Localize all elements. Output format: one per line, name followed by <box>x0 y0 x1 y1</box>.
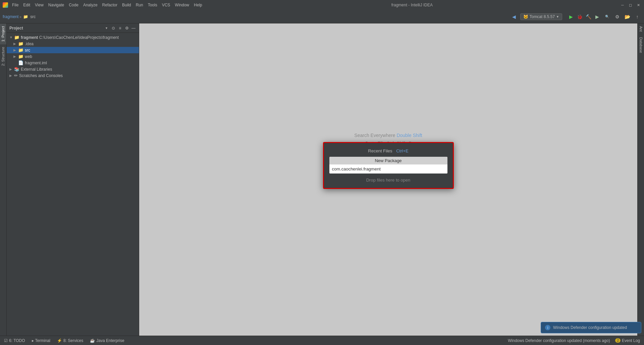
terminal-label: Terminal <box>35 338 50 343</box>
tree-item-label: src <box>25 48 30 53</box>
notification-banner: i Windows Defender configuration updated <box>541 322 641 333</box>
package-name-input[interactable] <box>332 166 445 172</box>
right-sidebar: Ant Database <box>637 23 644 336</box>
services-status-item[interactable]: ⚡ 8: Services <box>56 338 85 344</box>
search-everywhere-button[interactable]: 🔍 <box>603 13 611 21</box>
tree-item-label: Scratches and Consoles <box>19 73 63 78</box>
project-panel: Project ▼ ⊙ ≡ ⚙ — ▼ 📁 fragment C:\Users\… <box>7 23 139 336</box>
run-button[interactable]: ▶ <box>567 13 575 21</box>
dialog-title-bar: New Package <box>329 157 447 164</box>
tree-item-label: web <box>25 54 32 59</box>
close-button[interactable]: ✕ <box>636 2 641 8</box>
search-hint: Search Everywhere Double Shift <box>354 133 422 138</box>
window-controls: ─ ◻ ✕ <box>620 2 641 8</box>
back-button[interactable]: ◀ <box>510 13 518 21</box>
menu-code[interactable]: Code <box>67 2 80 8</box>
folder-icon: 📁 <box>18 54 23 59</box>
menu-navigate[interactable]: Navigate <box>46 2 66 8</box>
project-dropdown-arrow[interactable]: ▼ <box>105 26 108 30</box>
tree-item-src[interactable]: ▶ 📁 src <box>7 47 139 53</box>
tomcat-label: Tomcat 8.5.57 <box>530 14 555 19</box>
tree-item-fragment[interactable]: ▼ 📁 fragment C:\Users\CaoChenLei\IdeaPro… <box>7 34 139 41</box>
build-button[interactable]: 🔨 <box>584 13 592 21</box>
titlebar: File Edit View Navigate Code Analyze Ref… <box>0 0 644 10</box>
menu-window[interactable]: Window <box>173 2 191 8</box>
tree-item-label: External Libraries <box>21 67 52 72</box>
menu-help[interactable]: Help <box>192 2 204 8</box>
editor-area: Search Everywhere Double Shift Go to Fil… <box>139 23 637 336</box>
expand-arrow-icon: ▶ <box>9 74 13 77</box>
right-tab-database[interactable]: Database <box>638 34 644 56</box>
project-panel-header: Project ▼ ⊙ ≡ ⚙ — <box>7 23 139 33</box>
debug-button[interactable]: 🐞 <box>576 13 584 21</box>
info-icon: i <box>545 325 550 330</box>
breadcrumb-separator: ▸ <box>20 14 22 19</box>
coverage-button[interactable]: ▶ <box>593 13 601 21</box>
tree-item-web[interactable]: ▶ 📁 web <box>7 53 139 60</box>
services-label: 8: Services <box>63 338 83 343</box>
menu-view[interactable]: View <box>33 2 46 8</box>
event-log-status-item[interactable]: 2 Event Log <box>614 338 641 344</box>
sidebar-tab-project[interactable]: 1: Project <box>0 23 6 44</box>
tree-item-idea[interactable]: ▶ 📁 .idea <box>7 41 139 47</box>
expand-arrow-icon: ▼ <box>9 36 13 39</box>
expand-arrow-icon: ▶ <box>13 55 17 58</box>
maximize-button[interactable]: ◻ <box>628 2 633 8</box>
folder-icon: 📁 <box>18 41 23 46</box>
menu-file[interactable]: File <box>10 2 20 8</box>
expand-arrow-icon: ▶ <box>13 48 17 52</box>
event-log-label: Event Log <box>622 338 640 343</box>
scratch-icon: ✏ <box>14 73 18 78</box>
search-shortcut: Double Shift <box>396 133 422 138</box>
todo-status-item[interactable]: ☑ 6: TODO <box>3 338 26 344</box>
minimize-button[interactable]: ─ <box>620 2 625 8</box>
breadcrumb-fragment[interactable]: fragment <box>3 14 18 19</box>
dialog-recent-files-header: Recent Files Ctrl+E <box>329 148 447 153</box>
sidebar-tab-structure[interactable]: 2: Structure <box>0 44 6 69</box>
window-title: fragment - IntelliJ IDEA <box>391 3 433 7</box>
file-icon: 📄 <box>18 60 23 65</box>
status-message: Windows Defender configuration updated (… <box>508 338 610 343</box>
search-hint-text: Search Everywhere <box>354 133 395 138</box>
scope-icon[interactable]: ⊙ <box>111 25 116 31</box>
tree-item-fragment-iml[interactable]: ▶ 📄 fragment.iml <box>7 60 139 66</box>
menu-analyze[interactable]: Analyze <box>81 2 100 8</box>
tomcat-run-config[interactable]: 🐱 Tomcat 8.5.57 ▼ <box>520 13 562 20</box>
tree-item-label: fragment C:\Users\CaoChenLei\IdeaProject… <box>21 35 119 40</box>
menu-run[interactable]: Run <box>134 2 145 8</box>
breadcrumb-src[interactable]: 📁 src <box>23 14 36 19</box>
hide-icon[interactable]: — <box>131 25 136 31</box>
expand-arrow-icon: ▶ <box>13 42 17 46</box>
java-enterprise-status-item[interactable]: ☕ Java Enterprise <box>89 338 125 344</box>
todo-label: 6: TODO <box>9 338 25 343</box>
event-log-badge: 2 <box>615 338 621 343</box>
menu-bar: File Edit View Navigate Code Analyze Ref… <box>10 2 204 8</box>
left-sidebar-tabs: 1: Project 2: Structure <box>0 23 7 336</box>
recent-files-shortcut: Ctrl+E <box>396 148 408 153</box>
dropdown-arrow-icon: ▼ <box>556 15 559 18</box>
settings-icon[interactable]: ⚙ <box>124 25 129 31</box>
dialog-input-row <box>329 164 447 174</box>
toolbar: fragment ▸ 📁 src ◀ 🐱 Tomcat 8.5.57 ▼ ▶ 🐞… <box>0 10 644 23</box>
tree-item-scratches[interactable]: ▶ ✏ Scratches and Consoles <box>7 72 139 79</box>
right-tab-ant[interactable]: Ant <box>638 23 644 34</box>
menu-edit[interactable]: Edit <box>21 2 32 8</box>
collapse-all-icon[interactable]: ≡ <box>117 25 123 31</box>
project-structure-button[interactable]: 📂 <box>623 13 631 21</box>
folder-icon: 📁 <box>14 35 19 40</box>
app-logo <box>3 2 8 8</box>
tree-item-label: fragment.iml <box>25 61 47 65</box>
tree-item-label: .idea <box>25 42 34 46</box>
settings-button[interactable]: ⚙ <box>613 13 621 21</box>
vcs-button[interactable]: ↑ <box>633 13 641 21</box>
folder-icon: 📁 <box>18 48 23 53</box>
menu-build[interactable]: Build <box>120 2 133 8</box>
menu-tools[interactable]: Tools <box>146 2 159 8</box>
library-icon: 📚 <box>14 67 19 72</box>
tomcat-icon: 🐱 <box>523 14 528 19</box>
menu-vcs[interactable]: VCS <box>160 2 172 8</box>
services-icon: ⚡ <box>57 338 62 343</box>
tree-item-external-libs[interactable]: ▶ 📚 External Libraries <box>7 66 139 72</box>
terminal-status-item[interactable]: ▸ Terminal <box>31 338 52 344</box>
menu-refactor[interactable]: Refactor <box>100 2 119 8</box>
